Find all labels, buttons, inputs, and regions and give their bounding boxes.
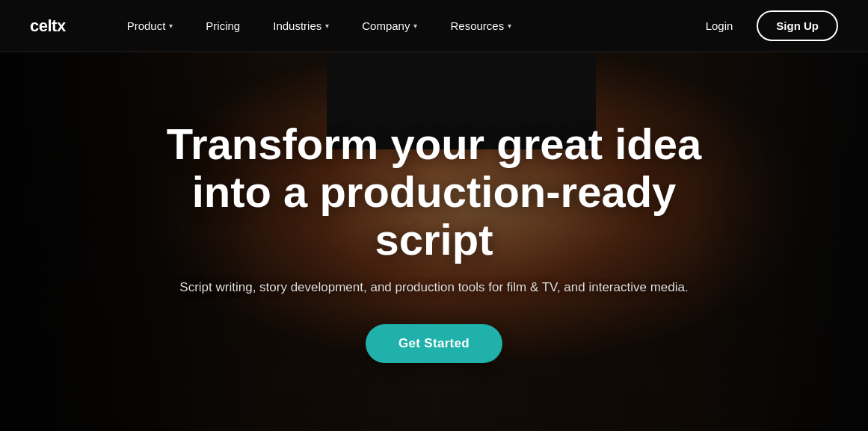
hero-section: Transform your great idea into a product… <box>0 52 868 431</box>
login-button[interactable]: Login <box>694 13 745 38</box>
signup-button[interactable]: Sign Up <box>757 10 838 41</box>
nav-item-pricing[interactable]: Pricing <box>189 0 256 52</box>
chevron-down-icon-industries: ▾ <box>325 22 329 30</box>
nav-auth: Login Sign Up <box>694 10 838 41</box>
get-started-button[interactable]: Get Started <box>366 324 502 363</box>
nav-item-industries[interactable]: Industries ▾ <box>256 0 345 52</box>
nav-label-company: Company <box>362 19 410 32</box>
nav-item-company[interactable]: Company ▾ <box>345 0 434 52</box>
nav-label-resources: Resources <box>450 19 504 32</box>
nav-label-product: Product <box>127 19 166 32</box>
nav-label-pricing: Pricing <box>206 19 240 32</box>
nav-item-product[interactable]: Product ▾ <box>111 0 190 52</box>
logo[interactable]: celtx <box>30 16 66 36</box>
chevron-down-icon-company: ▾ <box>413 22 417 30</box>
chevron-down-icon-resources: ▾ <box>508 22 511 30</box>
nav-links: Product ▾ Pricing Industries ▾ Company ▾… <box>111 0 694 52</box>
hero-content: Transform your great idea into a product… <box>128 120 741 363</box>
hero-title: Transform your great idea into a product… <box>158 120 711 263</box>
hero-subtitle: Script writing, story development, and p… <box>158 278 711 297</box>
chevron-down-icon: ▾ <box>169 22 173 30</box>
nav-label-industries: Industries <box>273 19 321 32</box>
navbar: celtx Product ▾ Pricing Industries ▾ Com… <box>0 0 868 52</box>
nav-item-resources[interactable]: Resources ▾ <box>434 0 528 52</box>
